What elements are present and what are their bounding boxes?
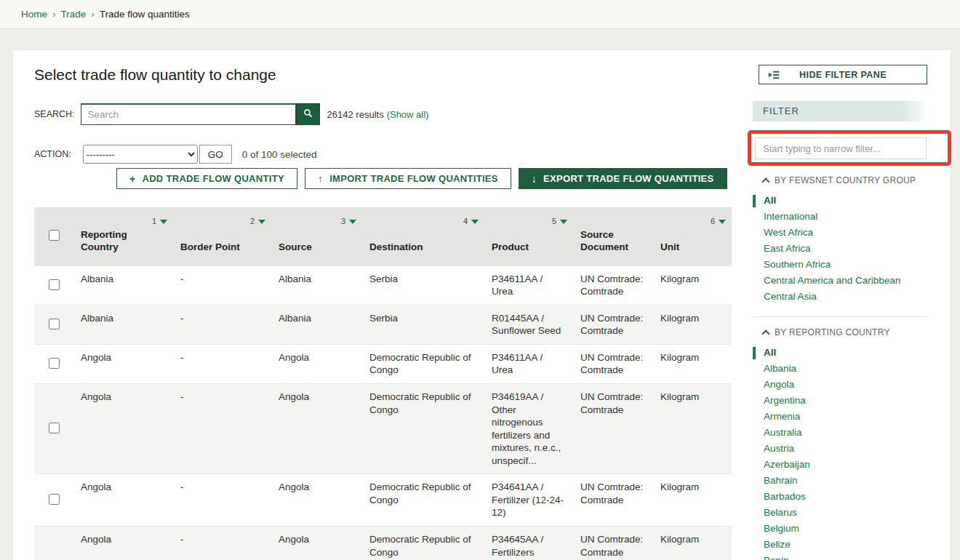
filter-section-header[interactable]: BY REPORTING COUNTRY	[753, 327, 927, 337]
sort-triangle-icon[interactable]	[471, 220, 479, 224]
column-header-source-document[interactable]: Source Document	[573, 207, 653, 265]
filter-item[interactable]: Belgium	[764, 521, 927, 537]
filter-item[interactable]: Central America and Caribbean	[764, 273, 927, 289]
column-header-unit[interactable]: 6 Unit	[653, 207, 732, 265]
filter-item-all[interactable]: All	[764, 345, 927, 361]
filter-item[interactable]: Australia	[764, 425, 927, 441]
filter-item[interactable]: Southern Africa	[764, 257, 927, 273]
table-row: Albania - Albania Serbia R01445AA / Sunf…	[34, 305, 732, 344]
sort-badge[interactable]: 1	[152, 217, 167, 227]
row-checkbox[interactable]	[49, 358, 60, 369]
sort-triangle-icon[interactable]	[258, 220, 265, 224]
filter-item[interactable]: Armenia	[764, 409, 927, 425]
filter-item[interactable]: Belize	[764, 537, 927, 553]
row-checkbox[interactable]	[49, 319, 60, 329]
search-button[interactable]	[296, 103, 320, 125]
search-input[interactable]	[81, 103, 296, 125]
filter-list: All International West Africa East Afric…	[753, 193, 927, 305]
filter-item[interactable]: West Africa	[764, 225, 927, 241]
filter-item[interactable]: Albania	[764, 361, 927, 377]
filter-item[interactable]: Belarus	[764, 505, 927, 521]
import-trade-flow-quantities-button[interactable]: ↑ IMPORT TRADE FLOW QUANTITIES	[305, 168, 511, 189]
chevron-up-icon	[761, 329, 769, 337]
cell-unit: Kilogram	[653, 526, 732, 560]
search-label: SEARCH:	[34, 109, 75, 119]
hide-filter-pane-button[interactable]: HIDE FILTER PANE	[759, 65, 927, 84]
table-header-row: 1 Reporting Country 2 Border Point	[34, 207, 732, 265]
filter-item[interactable]: International	[764, 209, 927, 225]
column-header-reporting-country[interactable]: 1 Reporting Country	[73, 207, 173, 265]
filter-item[interactable]: Bahrain	[764, 473, 927, 489]
table-row: Angola - Angola Democratic Republic of C…	[34, 344, 732, 383]
sort-badge[interactable]: 6	[711, 217, 726, 227]
cell-reporting-country: Angola	[73, 474, 173, 527]
select-all-checkbox[interactable]	[49, 230, 60, 241]
sort-badge[interactable]: 4	[463, 217, 479, 227]
sort-triangle-icon[interactable]	[560, 220, 567, 224]
cell-product: P34611AA / Urea	[484, 265, 573, 305]
sort-badge[interactable]: 5	[552, 217, 567, 227]
cell-unit: Kilogram	[653, 265, 732, 305]
cell-border-point: -	[173, 265, 271, 305]
column-header-product[interactable]: 5 Product	[484, 207, 573, 265]
sort-badge[interactable]: 2	[250, 217, 265, 227]
plus-icon: +	[129, 173, 135, 185]
cell-product: P34611AA / Urea	[484, 344, 573, 383]
action-label: ACTION:	[34, 149, 71, 159]
cell-product: P34619AA / Other nitrogenous fertilizers…	[484, 384, 573, 474]
cell-destination: Serbia	[362, 305, 484, 344]
row-checkbox[interactable]	[49, 494, 60, 505]
filter-item[interactable]: Argentina	[764, 393, 927, 409]
add-button-label: ADD TRADE FLOW QUANTITY	[142, 173, 284, 184]
breadcrumb-trade-link[interactable]: Trade	[61, 9, 87, 20]
column-header-border-point[interactable]: 2 Border Point	[173, 207, 271, 265]
breadcrumb-bar: Home › Trade › Trade flow quantities	[0, 0, 960, 29]
cell-border-point: -	[173, 305, 271, 344]
filter-item[interactable]: Azerbaijan	[764, 457, 927, 473]
add-trade-flow-quantity-button[interactable]: + ADD TRADE FLOW QUANTITY	[116, 168, 297, 189]
filter-item[interactable]: East Africa	[764, 241, 927, 257]
filter-list: All Albania Angola Argentina Armenia Aus…	[753, 345, 927, 560]
sort-triangle-icon[interactable]	[719, 220, 726, 224]
narrow-filter-input[interactable]	[755, 137, 927, 159]
hide-filter-pane-label: HIDE FILTER PANE	[799, 70, 887, 80]
cell-border-point: -	[173, 474, 271, 527]
filter-section-fewsnet-country-group: BY FEWSNET COUNTRY GROUP All Internation…	[753, 175, 927, 305]
cell-unit: Kilogram	[653, 384, 732, 474]
filter-section-header[interactable]: BY FEWSNET COUNTRY GROUP	[753, 175, 927, 185]
export-trade-flow-quantities-button[interactable]: ↓ EXPORT TRADE FLOW QUANTITIES	[519, 168, 727, 189]
cell-unit: Kilogram	[653, 474, 732, 527]
filter-item[interactable]: Benin	[764, 553, 927, 560]
cell-source: Albania	[271, 265, 362, 305]
results-count: 26142 results	[327, 109, 384, 120]
cell-product: R01445AA / Sunflower Seed	[484, 305, 573, 344]
row-checkbox[interactable]	[49, 279, 60, 290]
column-header-destination[interactable]: 4 Destination	[362, 207, 484, 265]
column-header-source[interactable]: 3 Source	[271, 207, 362, 265]
go-button[interactable]: GO	[199, 145, 232, 164]
cell-border-point: -	[173, 526, 271, 560]
show-all-link[interactable]: (Show all)	[387, 109, 429, 120]
table-row: Angola - Angola Democratic Republic of C…	[34, 384, 732, 474]
cell-reporting-country: Angola	[73, 526, 173, 560]
download-arrow-icon: ↓	[532, 173, 537, 185]
cell-destination: Serbia	[362, 265, 484, 305]
cell-source-document: UN Comtrade: Comtrade	[573, 474, 653, 527]
filter-item-all[interactable]: All	[764, 193, 927, 209]
row-checkbox[interactable]	[49, 423, 60, 433]
filter-item[interactable]: Barbados	[764, 489, 927, 505]
cell-source-document: UN Comtrade: Comtrade	[573, 384, 653, 474]
filter-item[interactable]: Angola	[764, 377, 927, 393]
sort-triangle-icon[interactable]	[349, 220, 356, 224]
breadcrumb-home-link[interactable]: Home	[21, 9, 47, 20]
table-row: Angola - Angola Democratic Republic of C…	[34, 474, 732, 527]
cell-destination: Democratic Republic of Congo	[362, 384, 484, 474]
sort-triangle-icon[interactable]	[160, 220, 167, 224]
page-title: Select trade flow quantity to change	[34, 66, 732, 84]
filter-item[interactable]: Austria	[764, 441, 927, 457]
sort-badge[interactable]: 3	[341, 217, 356, 227]
action-select[interactable]: ---------	[83, 145, 198, 164]
filter-item[interactable]: Central Asia	[764, 289, 927, 305]
column-label: Unit	[660, 241, 679, 252]
filter-pane: HIDE FILTER PANE FILTER BY FEWSNET COUNT…	[753, 65, 927, 560]
